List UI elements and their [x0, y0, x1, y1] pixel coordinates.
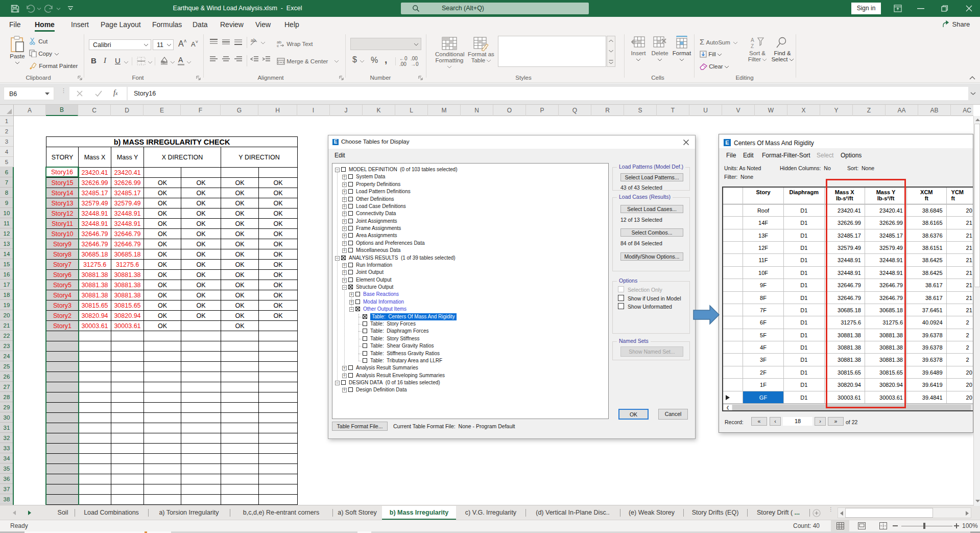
svg-text:A: A [751, 37, 754, 43]
svg-text:ab: ab [251, 38, 256, 43]
svg-text:Z: Z [751, 43, 754, 49]
svg-text:c: c [277, 43, 279, 48]
